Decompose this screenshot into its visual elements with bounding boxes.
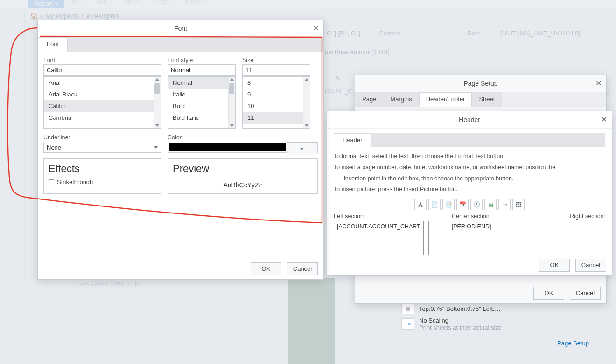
font-dialog: Font ✕ Font Font: Arial Arial Black Cali… — [37, 20, 324, 280]
header-dialog: Header ✕ Header To format text: select t… — [327, 111, 612, 276]
home-icon[interactable]: 🏠 — [30, 12, 38, 20]
font-dialog-title-text: Font — [174, 25, 187, 32]
close-icon[interactable]: ✕ — [601, 115, 607, 124]
edit-pencil-icon[interactable]: ✎ — [335, 75, 341, 82]
menu-file[interactable]: File▾ — [69, 0, 83, 5]
font-option[interactable]: Arial Black — [44, 89, 161, 100]
tab-sheet[interactable]: Sheet — [472, 92, 502, 107]
format-text-icon[interactable]: A — [414, 199, 427, 210]
preview-panel: Preview AaBbCcYyZz — [168, 158, 318, 194]
count-label: COUNT_C… — [325, 88, 357, 95]
menu-view[interactable]: View▾ — [124, 0, 141, 5]
menu-page-label: Page — [154, 0, 168, 5]
insert-picture-icon[interactable]: 🖼 — [512, 199, 525, 210]
canvas-region — [288, 278, 335, 364]
breadcrumb: 🏠 / My Reports / VPAReport — [30, 12, 118, 20]
effects-panel: Effects Strikethrough — [43, 158, 161, 194]
font-style-input[interactable] — [168, 64, 236, 76]
menu-page[interactable]: Page▾ — [154, 0, 172, 5]
size-option[interactable]: 11 — [243, 112, 310, 124]
scaling-title: No Scaling — [419, 317, 502, 324]
header-dialog-title-text: Header — [459, 116, 480, 124]
rule-value: [UNIT (NA)_UNIT_UV-UC:L0] — [500, 30, 580, 37]
color-swatch — [169, 143, 286, 151]
preview-title: Preview — [173, 163, 313, 175]
total-pages-icon[interactable]: 📑 — [442, 199, 455, 210]
font-style-listbox[interactable]: Normal Italic Bold Bold Italic — [168, 76, 236, 129]
hint-line: To insert picture: press the Insert Pict… — [334, 184, 605, 195]
font-size-listbox[interactable]: 8 9 10 11 — [242, 76, 310, 129]
workbook-icon[interactable]: ▦ — [484, 199, 497, 210]
page-setup-cancel-button[interactable]: Cancel — [570, 287, 601, 300]
font-ok-button[interactable]: OK — [251, 262, 281, 275]
center-section-input[interactable]: [PERIOD.END] — [428, 221, 515, 255]
style-option[interactable]: Normal — [168, 77, 235, 89]
chevron-down-icon[interactable] — [287, 142, 317, 155]
menu-edit-label: Edit — [96, 0, 106, 5]
chevron-down-icon: ▾ — [108, 0, 111, 3]
page-setup-ok-button[interactable]: OK — [533, 287, 564, 300]
scrollbar[interactable] — [228, 77, 235, 128]
size-option[interactable]: 10 — [243, 100, 310, 112]
scrollbar[interactable] — [154, 77, 161, 128]
style-option[interactable]: Bold — [168, 100, 235, 112]
dim-row-text: Unit Consol Ownerships — [78, 280, 274, 288]
checkbox-box — [49, 179, 54, 185]
left-section-label: Left section: — [334, 213, 424, 220]
underline-value: None — [47, 144, 61, 151]
style-option[interactable]: Italic — [168, 89, 235, 100]
page-setup-link[interactable]: Page Setup — [557, 340, 589, 347]
color-select[interactable] — [168, 142, 318, 153]
strikethrough-label: Strikethrough — [57, 179, 93, 185]
font-option[interactable]: Arial — [44, 77, 161, 89]
breadcrumb-current: VPAReport — [86, 12, 118, 20]
header-hints: To format text: select the text, then ch… — [334, 151, 605, 195]
tab-header-footer[interactable]: Header/Footer — [419, 92, 472, 107]
tab-margins[interactable]: Margins — [383, 92, 419, 107]
tab-page[interactable]: Page — [355, 92, 383, 107]
margins-icon[interactable]: ▦ — [401, 303, 414, 314]
scaling-icon[interactable]: 100 — [401, 318, 414, 330]
font-cancel-button[interactable]: Cancel — [287, 262, 318, 275]
style-option[interactable]: Bold Italic — [168, 112, 235, 124]
left-section-input[interactable]: |ACCOUNT.ACCOUNT_CHART — [334, 221, 424, 255]
breadcrumb-my-reports[interactable]: My Reports — [45, 12, 79, 20]
scrollbar[interactable] — [303, 77, 310, 128]
font-option[interactable]: Calibri — [44, 100, 161, 112]
font-size-input[interactable] — [242, 64, 310, 76]
page-number-icon[interactable]: 📄 — [428, 199, 441, 210]
breadcrumb-sep: / — [41, 12, 42, 20]
menu-edit[interactable]: Edit▾ — [96, 0, 111, 5]
date-icon[interactable]: 📅 — [456, 199, 469, 210]
page-setup-title: Page Setup ✕ — [355, 75, 606, 92]
font-option[interactable]: Cambria — [44, 112, 161, 124]
content-label: Content: — [379, 30, 402, 37]
column-heading: ual Base Amount (CDN) — [325, 48, 390, 55]
preview-sample: AaBbCcYyZz — [168, 181, 317, 189]
font-input[interactable] — [43, 64, 161, 76]
margins-summary: Top:0.75" Bottom:0.75" Left:… — [419, 305, 501, 312]
menu-report2[interactable]: Report▾ — [186, 0, 208, 5]
close-icon[interactable]: ✕ — [595, 79, 602, 88]
scaling-sub: Print sheets at their actual size — [419, 324, 502, 331]
tab-header[interactable]: Header — [334, 133, 371, 147]
menu-file-label: File — [69, 0, 79, 5]
font-label: Font: — [43, 57, 161, 63]
menu-report-chip[interactable]: Report ▾ — [28, 0, 64, 8]
hint-line: To format text: select the text, then ch… — [334, 151, 605, 162]
color-label: Color: — [168, 134, 318, 141]
close-icon[interactable]: ✕ — [313, 24, 319, 33]
font-listbox[interactable]: Arial Arial Black Calibri Cambria — [43, 76, 161, 129]
worksheet-icon[interactable]: ▭ — [498, 199, 511, 210]
size-option[interactable]: 9 — [243, 89, 310, 100]
strikethrough-checkbox[interactable]: Strikethrough — [49, 179, 156, 185]
font-size-label: Size: — [242, 57, 310, 63]
bg-print-panel: ▦ Top:0.75" Bottom:0.75" Left:… 100 No S… — [401, 303, 607, 334]
time-icon[interactable]: 🕘 — [470, 199, 483, 210]
tab-font[interactable]: Font — [38, 37, 68, 52]
underline-select[interactable]: None — [43, 142, 161, 153]
size-option[interactable]: 8 — [243, 77, 310, 89]
right-section-input[interactable] — [519, 221, 605, 255]
header-cancel-button[interactable]: Cancel — [575, 259, 606, 272]
header-ok-button[interactable]: OK — [539, 259, 570, 272]
